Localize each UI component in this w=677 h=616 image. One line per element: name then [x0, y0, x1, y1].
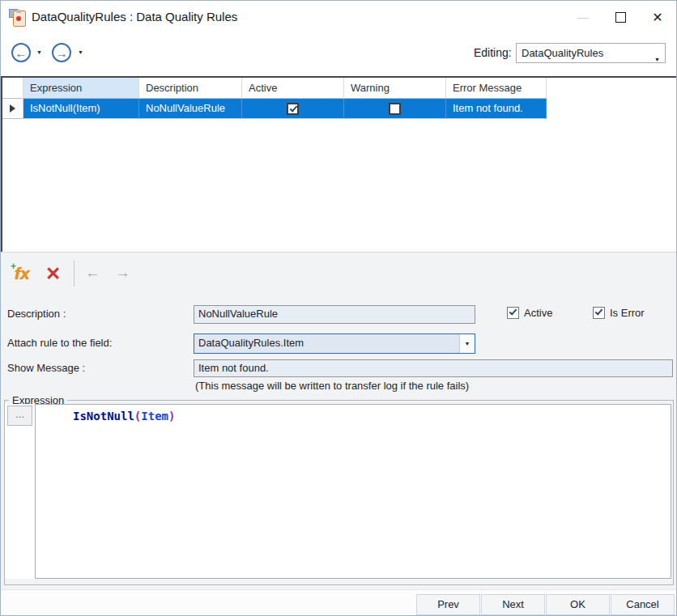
warning-grid-checkbox[interactable]: [389, 103, 401, 115]
cell-active[interactable]: [242, 99, 344, 119]
expression-code-line: IsNotNull(Item): [73, 410, 175, 423]
active-checkbox-label: Active: [524, 307, 552, 319]
rules-grid: Expression Description Active Warning Er…: [1, 76, 677, 252]
delete-icon: ✕: [45, 263, 61, 284]
add-rule-button[interactable]: + fx: [11, 262, 35, 287]
next-button[interactable]: Next: [481, 594, 545, 615]
is-error-checkbox[interactable]: [593, 307, 605, 319]
chevron-down-icon: ▼: [465, 335, 470, 352]
forward-button[interactable]: →: [52, 43, 71, 62]
is-error-checkbox-label: Is Error: [610, 307, 645, 319]
active-checkbox[interactable]: [507, 307, 519, 319]
active-checkbox-group[interactable]: Active: [507, 307, 552, 319]
cancel-button[interactable]: Cancel: [611, 594, 675, 615]
minimize-icon: —: [577, 11, 589, 23]
column-header-warning[interactable]: Warning: [344, 78, 446, 99]
column-header-description[interactable]: Description: [139, 78, 242, 99]
prev-button[interactable]: Prev: [416, 594, 480, 615]
toolbar-separator: [74, 261, 75, 287]
back-arrow-icon: ←: [15, 46, 28, 60]
next-rule-button[interactable]: →: [115, 264, 130, 282]
left-arrow-icon: ←: [85, 264, 100, 281]
right-arrow-icon: →: [115, 264, 130, 281]
cell-error-message[interactable]: Item not found.: [446, 99, 547, 119]
row-indicator-header: [2, 78, 23, 99]
close-paren-token: ): [168, 410, 175, 423]
function-token: IsNotNull: [73, 410, 134, 423]
active-grid-checkbox[interactable]: [287, 103, 299, 115]
edit-panel: + fx ✕ ← → Description : NoNullValueRule…: [1, 252, 676, 589]
maximize-button[interactable]: [602, 1, 639, 33]
description-label: Description :: [7, 308, 66, 320]
previous-rule-button[interactable]: ←: [85, 264, 100, 282]
expression-builder-button[interactable]: ...: [7, 406, 32, 426]
back-button[interactable]: ←: [11, 43, 31, 62]
cell-description[interactable]: NoNullValueRule: [139, 99, 242, 119]
expression-editor[interactable]: IsNotNull(Item): [35, 404, 671, 579]
column-header-error-message[interactable]: Error Message: [446, 78, 547, 99]
delete-rule-button[interactable]: ✕: [45, 263, 61, 284]
attach-field-combobox[interactable]: DataQualityRules.Item ▼: [194, 333, 475, 354]
function-icon: fx: [15, 264, 30, 283]
nav-toolbar: ← ▼ → ▼ Editing: DataQualityRules ▼: [1, 35, 676, 76]
description-input[interactable]: NoNullValueRule: [194, 305, 475, 324]
message-note: (This message will be written to transfe…: [195, 380, 469, 392]
editing-combobox[interactable]: DataQualityRules ▼: [516, 43, 666, 63]
forward-arrow-icon: →: [56, 46, 68, 60]
title-bar: DataQualityRules : Data Quality Rules — …: [1, 1, 676, 36]
editing-combobox-value: DataQualityRules: [522, 47, 603, 59]
clipboard-clip: [16, 10, 21, 13]
column-header-expression[interactable]: Expression: [23, 78, 139, 99]
app-icon: [9, 9, 27, 27]
attach-dropdown-button[interactable]: ▼: [459, 334, 475, 353]
minimize-button[interactable]: —: [564, 1, 602, 33]
argument-token: Item: [141, 410, 168, 423]
chevron-down-icon: ▼: [654, 50, 660, 69]
current-row-arrow-icon: [10, 104, 15, 113]
column-header-active[interactable]: Active: [242, 78, 344, 99]
attach-field-value: DataQualityRules.Item: [198, 337, 304, 349]
close-button[interactable]: ✕: [639, 1, 676, 33]
close-icon: ✕: [652, 10, 662, 25]
back-dropdown-caret-icon[interactable]: ▼: [36, 49, 42, 55]
rule-dot-icon: [16, 16, 21, 21]
editing-label: Editing:: [474, 46, 512, 59]
maximize-icon: [615, 12, 626, 23]
show-message-label: Show Message :: [7, 362, 85, 374]
is-error-checkbox-group[interactable]: Is Error: [593, 307, 645, 319]
show-message-input[interactable]: Item not found.: [194, 359, 673, 377]
caption-buttons: — ✕: [564, 1, 676, 33]
attach-field-label: Attach rule to the field:: [7, 337, 112, 349]
footer-bar: Prev Next OK Cancel: [1, 589, 676, 616]
expression-gutter: [5, 404, 35, 579]
dialog-window: DataQualityRules : Data Quality Rules — …: [0, 0, 677, 616]
cell-warning[interactable]: [344, 99, 446, 119]
window-title: DataQualityRules : Data Quality Rules: [32, 10, 237, 23]
cell-expression[interactable]: IsNotNull(Item): [23, 99, 139, 119]
expression-group: Expression ... IsNotNull(Item): [4, 400, 674, 585]
ok-button[interactable]: OK: [546, 594, 610, 615]
row-indicator-cell: [2, 99, 23, 119]
forward-dropdown-caret-icon[interactable]: ▼: [78, 49, 83, 55]
footer-buttons: Prev Next OK Cancel: [416, 594, 675, 615]
